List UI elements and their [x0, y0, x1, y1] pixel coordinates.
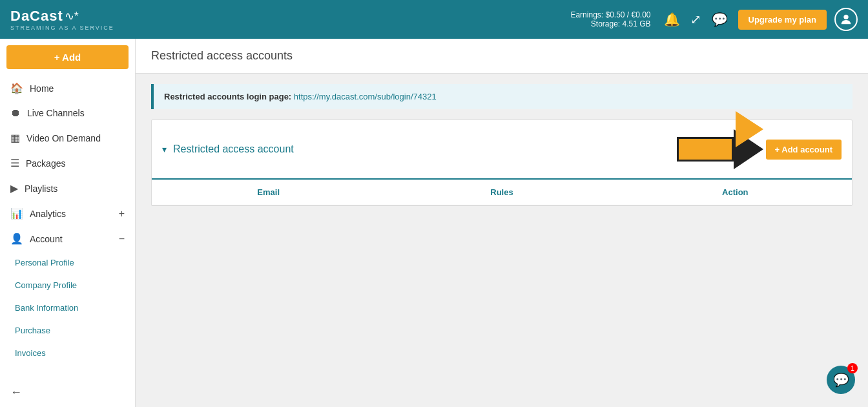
storage-text: Storage: 4.51 GB — [591, 19, 651, 28]
col-action: Action — [619, 185, 852, 200]
add-button[interactable]: + Add — [6, 45, 129, 69]
fullscreen-icon[interactable]: ⤢ — [690, 12, 701, 27]
col-email: Email — [152, 185, 385, 200]
upgrade-button[interactable]: Upgrade my plan — [738, 10, 827, 30]
back-button[interactable]: ← — [0, 378, 135, 407]
sidebar-item-vod[interactable]: ▦ Video On Demand — [0, 125, 135, 151]
sidebar-sub-company-profile[interactable]: Company Profile — [0, 274, 135, 297]
sidebar-item-home[interactable]: 🏠 Home — [0, 76, 135, 101]
sidebar-label-packages: Packages — [26, 158, 65, 169]
logo: DaCast ∿* Streaming as a Service — [10, 8, 114, 31]
analytics-icon: 📊 — [10, 207, 23, 220]
sidebar-sub-purchase[interactable]: Purchase — [0, 319, 135, 342]
sidebar-label-vod: Video On Demand — [26, 133, 101, 143]
packages-icon: ☰ — [10, 157, 19, 169]
sidebar-item-packages[interactable]: ☰ Packages — [0, 151, 135, 176]
sidebar-label-live: Live Channels — [27, 108, 85, 118]
live-icon: ⏺ — [10, 107, 21, 119]
sidebar-sub-invoices[interactable]: Invoices — [0, 342, 135, 364]
sidebar-label-playlists: Playlists — [25, 183, 57, 194]
section-panel: ▾ Restricted access account — [151, 120, 852, 206]
collapse-icon[interactable]: ▾ — [162, 144, 167, 154]
section-title-left: ▾ Restricted access account — [162, 143, 294, 155]
col-rules: Rules — [385, 185, 618, 200]
sidebar-label-analytics: Analytics — [30, 209, 66, 219]
account-toggle-icon[interactable]: − — [119, 233, 125, 245]
account-icon: 👤 — [10, 233, 23, 245]
sidebar-item-playlists[interactable]: ▶ Playlists — [0, 176, 135, 201]
add-account-area: + Add account — [677, 129, 842, 169]
playlists-icon: ▶ — [10, 182, 18, 194]
logo-subtitle: Streaming as a Service — [10, 25, 114, 31]
header-icons: 🔔 ⤢ 💬 — [664, 12, 728, 27]
analytics-toggle-icon[interactable]: + — [119, 208, 125, 220]
sidebar-sub-personal-profile[interactable]: Personal Profile — [0, 251, 135, 274]
section-title: Restricted access account — [173, 143, 294, 155]
sidebar-label-account: Account — [30, 234, 63, 244]
content-area: Restricted access accounts Restricted ac… — [136, 39, 868, 407]
add-account-button[interactable]: + Add account — [766, 140, 842, 160]
sidebar-sub-bank-info[interactable]: Bank Information — [0, 297, 135, 319]
main-layout: + Add 🏠 Home ⏺ Live Channels ▦ Video On … — [0, 39, 868, 407]
login-link[interactable]: https://my.dacast.com/sub/login/74321 — [294, 92, 437, 101]
svg-point-0 — [843, 15, 848, 19]
chat-widget-icon: 💬 — [833, 372, 849, 388]
sidebar-label-home: Home — [30, 83, 54, 94]
section-header: ▾ Restricted access account — [152, 120, 852, 180]
top-header: DaCast ∿* Streaming as a Service Earning… — [0, 0, 868, 39]
chat-icon[interactable]: 💬 — [712, 12, 728, 27]
info-label: Restricted accounts login page: — [164, 92, 291, 101]
sidebar: + Add 🏠 Home ⏺ Live Channels ▦ Video On … — [0, 39, 136, 407]
page-title: Restricted access accounts — [151, 49, 852, 63]
logo-text: DaCast — [10, 8, 63, 25]
sidebar-item-live-channels[interactable]: ⏺ Live Channels — [0, 101, 135, 125]
chat-widget[interactable]: 💬 1 — [827, 366, 855, 394]
page-header: Restricted access accounts — [136, 39, 868, 74]
avatar[interactable] — [834, 8, 858, 31]
sidebar-item-account[interactable]: 👤 Account − — [0, 226, 135, 251]
sidebar-item-analytics[interactable]: 📊 Analytics + — [0, 201, 135, 226]
earnings-text: Earnings: $0.50 / €0.00 — [570, 10, 650, 19]
chat-badge: 1 — [847, 363, 858, 373]
logo-wave: ∿* — [65, 9, 79, 23]
table-header: Email Rules Action — [152, 180, 852, 205]
arrow-annotation — [677, 129, 763, 169]
info-box: Restricted accounts login page: https://… — [151, 84, 852, 109]
bell-icon[interactable]: 🔔 — [664, 12, 680, 27]
home-icon: 🏠 — [10, 82, 23, 94]
header-stats: Earnings: $0.50 / €0.00 Storage: 4.51 GB — [570, 10, 650, 28]
vod-icon: ▦ — [10, 132, 20, 144]
